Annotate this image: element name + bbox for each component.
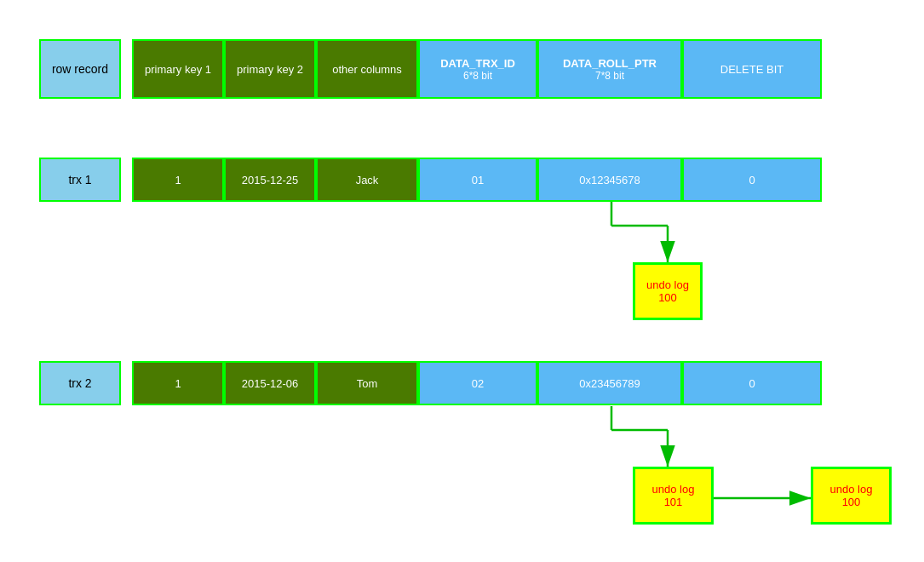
trx2-pk1: 1 (132, 361, 224, 405)
header-roll-ptr: DATA_ROLL_PTR 7*8 bit (537, 39, 682, 99)
trx2-label: trx 2 (39, 361, 121, 405)
trx1-roll-ptr: 0x12345678 (537, 158, 682, 202)
trx1-undo-log: undo log 100 (633, 262, 703, 320)
trx1-delete-bit: 0 (682, 158, 822, 202)
header-other: other columns (316, 39, 418, 99)
trx1-pk1: 1 (132, 158, 224, 202)
diagram: row record primary key 1 primary key 2 o… (0, 0, 924, 562)
trx2-undo-log1: undo log 101 (633, 467, 714, 525)
row-record-label: row record (39, 39, 121, 99)
trx2-trx-id: 02 (418, 361, 537, 405)
trx2-delete-bit: 0 (682, 361, 822, 405)
header-delete-bit: DELETE BIT (682, 39, 822, 99)
trx2-roll-ptr: 0x23456789 (537, 361, 682, 405)
header-pk2: primary key 2 (224, 39, 316, 99)
trx2-pk2: 2015-12-06 (224, 361, 316, 405)
header-pk1: primary key 1 (132, 39, 224, 99)
trx1-other: Jack (316, 158, 418, 202)
row-record-text: row record (52, 62, 108, 76)
trx2-other: Tom (316, 361, 418, 405)
header-trx-id: DATA_TRX_ID 6*8 bit (418, 39, 537, 99)
trx1-pk2: 2015-12-25 (224, 158, 316, 202)
trx2-undo-log2: undo log 100 (811, 467, 892, 525)
trx1-trx-id: 01 (418, 158, 537, 202)
trx1-label: trx 1 (39, 158, 121, 202)
